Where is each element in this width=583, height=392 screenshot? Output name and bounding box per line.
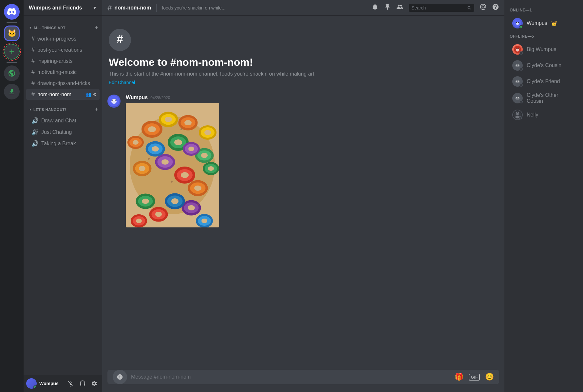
channel-name: drawing-tips-and-tricks [37, 80, 97, 86]
svg-text:#: # [117, 33, 123, 45]
voice-channel-just-chatting[interactable]: 🔊 Just Chatting [26, 127, 100, 138]
category-name-art: ALL THINGS ART [33, 26, 94, 30]
category-all-things-art[interactable]: ▼ ALL THINGS ART + [24, 18, 102, 33]
member-avatar-clydes-friend [512, 76, 523, 87]
svg-point-26 [188, 205, 195, 210]
offline-indicator [519, 51, 523, 55]
category-chevron-icon: ▼ [29, 26, 32, 29]
edit-channel-link[interactable]: Edit Channel [109, 80, 135, 85]
download-apps-button[interactable] [4, 84, 20, 99]
message-header: Wumpus 04/28/2020 [126, 95, 499, 100]
server-chevron-icon: ▼ [92, 5, 97, 10]
notifications-icon[interactable] [371, 3, 379, 12]
server-name: Wumpus and Friends [29, 5, 92, 11]
channel-name: work-in-progress [37, 36, 97, 42]
channel-drawing-tips[interactable]: # drawing-tips-and-tricks [26, 78, 100, 89]
add-attachment-button[interactable] [113, 370, 127, 384]
text-channel-icon: # [31, 46, 35, 53]
mentions-icon[interactable] [480, 3, 487, 12]
message-image [126, 103, 224, 227]
user-settings-button[interactable] [89, 378, 100, 389]
top-bar-channel-info: # nom-nom-nom [107, 3, 151, 12]
welcome-description: This is the start of the #nom-nom-nom ch… [109, 71, 498, 77]
member-avatar-clydes-cousin [512, 60, 523, 71]
mute-microphone-button[interactable] [66, 378, 76, 389]
member-clydes-cousin[interactable]: Clyde's Cousin [507, 58, 580, 73]
search-bar[interactable] [409, 4, 474, 12]
svg-point-46 [136, 219, 142, 223]
svg-point-76 [518, 97, 519, 98]
user-avatar [26, 378, 37, 389]
category-add-voice-button[interactable]: + [93, 105, 100, 114]
server-divider-2 [7, 62, 17, 63]
add-member-icon[interactable]: 👥 [86, 92, 91, 97]
emoji-button[interactable]: 😊 [485, 373, 494, 381]
voice-channel-taking-a-break[interactable]: 🔊 Taking a Break [26, 138, 100, 149]
voice-channel-icon: 🔊 [31, 129, 39, 136]
member-clydes-other-cousin[interactable]: Clyde's Other Cousin [507, 90, 580, 107]
svg-point-42 [208, 166, 214, 171]
welcome-title: Welcome to #nom-nom-nom! [109, 56, 498, 68]
top-bar-divider [156, 4, 157, 12]
svg-point-71 [516, 80, 517, 81]
search-input[interactable] [411, 5, 464, 10]
svg-point-20 [142, 199, 149, 204]
category-lets-hangout[interactable]: ▼ LET'S HANGOUT! + [24, 100, 102, 115]
message-author-name: Wumpus [126, 95, 148, 100]
member-name-clydes-friend: Clyde's Friend [527, 79, 560, 84]
welcome-channel-icon: # [109, 29, 131, 51]
message-text-input[interactable] [131, 370, 451, 383]
gift-button[interactable]: 🎁 [455, 373, 463, 381]
text-channel-icon: # [31, 80, 35, 87]
input-actions: 🎁 GIF 😊 [455, 373, 494, 381]
svg-point-12 [184, 120, 192, 125]
svg-point-34 [171, 198, 179, 204]
svg-point-5 [112, 99, 113, 100]
category-add-channel-button[interactable]: + [93, 24, 100, 32]
svg-point-38 [204, 130, 211, 135]
top-bar-channel-name: nom-nom-nom [114, 5, 151, 11]
message-group: Wumpus 04/28/2020 [102, 92, 504, 230]
member-avatar-clydes-other-cousin [512, 93, 523, 103]
svg-point-63 [516, 48, 517, 49]
svg-point-22 [201, 153, 208, 158]
offline-indicator [519, 100, 523, 103]
member-clydes-friend[interactable]: Clyde's Friend [507, 74, 580, 89]
discord-home-button[interactable] [4, 4, 20, 20]
wumpus-server-icon[interactable]: 🐱 [4, 26, 20, 41]
add-server-button[interactable]: + [4, 44, 20, 60]
gif-button[interactable]: GIF [469, 374, 480, 381]
member-nelly[interactable]: Nelly [507, 107, 580, 123]
svg-point-48 [201, 219, 207, 223]
channel-nom-nom-nom[interactable]: # nom-nom-nom 👥 ⚙ [26, 89, 100, 100]
channel-post-your-creations[interactable]: # post-your-creations [26, 45, 100, 55]
channel-inspiring-artists[interactable]: # inspiring-artists [26, 56, 100, 66]
text-channel-icon: # [31, 58, 35, 64]
voice-channel-icon: 🔊 [31, 117, 39, 124]
explore-servers-button[interactable] [4, 65, 20, 81]
help-icon[interactable] [492, 3, 499, 12]
svg-point-52 [197, 204, 199, 205]
offline-indicator [519, 67, 523, 71]
user-name: Wumpus [39, 381, 63, 386]
channel-motivating-music[interactable]: # motivating-music [26, 67, 100, 78]
pinned-messages-icon[interactable] [384, 3, 391, 12]
settings-icon[interactable]: ⚙ [93, 92, 97, 97]
server-header[interactable]: Wumpus and Friends ▼ [24, 0, 102, 16]
svg-point-16 [194, 186, 201, 191]
svg-point-75 [516, 97, 517, 98]
svg-point-72 [518, 80, 519, 81]
headphones-button[interactable] [77, 378, 88, 389]
member-big-wumpus[interactable]: Big Wumpus [507, 42, 580, 57]
member-wumpus[interactable]: Wumpus 👑 [507, 15, 580, 31]
svg-point-57 [516, 22, 517, 23]
channel-name-active: nom-nom-nom [37, 92, 86, 98]
online-members-header: ONLINE—1 [504, 5, 583, 15]
channel-work-in-progress[interactable]: # work-in-progress [26, 33, 100, 44]
voice-channel-draw-and-chat[interactable]: 🔊 Draw and Chat [26, 115, 100, 126]
members-list-icon[interactable] [396, 3, 404, 12]
svg-point-58 [518, 22, 519, 23]
channel-list: ▼ ALL THINGS ART + # work-in-progress # … [24, 16, 102, 375]
svg-point-78 [516, 113, 519, 115]
voice-channel-name: Taking a Break [41, 141, 97, 147]
